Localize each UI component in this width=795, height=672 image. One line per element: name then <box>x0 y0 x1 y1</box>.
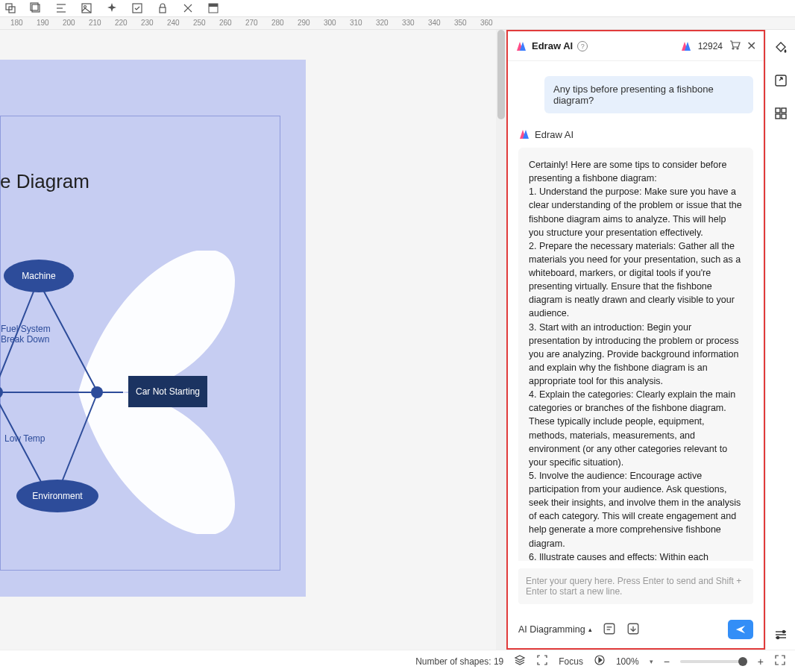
ai-input[interactable] <box>518 568 753 604</box>
zoom-slider[interactable] <box>680 660 747 663</box>
svg-rect-9 <box>133 4 142 13</box>
ai-header: Edraw AI ? 12924 ✕ <box>508 31 764 61</box>
layers-status-icon[interactable] <box>514 654 526 668</box>
svg-point-34 <box>776 637 779 639</box>
canvas[interactable]: e Diagram Machine Environment Car No <box>0 30 506 650</box>
svg-rect-28 <box>776 114 780 119</box>
edraw-logo-icon <box>518 128 530 140</box>
grid-icon[interactable] <box>773 106 788 121</box>
assistant-message: Certainly! Here are some tips to conside… <box>518 148 753 561</box>
assistant-name-row: Edraw AI <box>518 128 753 140</box>
ai-title: Edraw AI <box>532 40 573 51</box>
align-icon[interactable] <box>55 2 67 14</box>
edraw-logo-icon <box>515 40 527 52</box>
ai-panel: Edraw AI ? 12924 ✕ Any tips before prese… <box>506 30 765 650</box>
svg-rect-10 <box>160 7 166 13</box>
export-icon[interactable] <box>773 73 788 88</box>
ai-mode-label: AI Diagramming <box>518 624 585 635</box>
svg-rect-21 <box>604 624 615 634</box>
user-message: Any tips before presenting a fishbone di… <box>544 76 753 113</box>
zoom-out-icon[interactable]: − <box>664 656 670 668</box>
play-icon[interactable] <box>594 654 606 668</box>
scroll-thumb[interactable] <box>497 30 505 119</box>
top-toolbar <box>0 0 795 16</box>
cart-icon[interactable] <box>729 39 741 53</box>
help-icon[interactable]: ? <box>577 41 588 51</box>
zoom-knob[interactable] <box>738 657 747 666</box>
ai-footer: AI Diagramming ▴ <box>508 614 764 648</box>
effect-box[interactable]: Car Not Starting <box>128 376 207 407</box>
sparkle-icon[interactable] <box>106 2 118 14</box>
fill-icon[interactable] <box>773 40 788 55</box>
ai-mode-button[interactable]: AI Diagramming ▴ <box>518 624 592 635</box>
check-icon[interactable] <box>131 2 143 14</box>
zoom-level[interactable]: 100% <box>616 656 639 667</box>
right-rail <box>765 30 795 650</box>
send-button[interactable] <box>728 620 753 639</box>
svg-rect-12 <box>209 4 218 7</box>
tools-icon[interactable] <box>182 2 194 14</box>
horizontal-ruler: 1801902002102202302402502602702802903003… <box>0 16 795 30</box>
shape-count: Number of shapes: 19 <box>415 656 503 667</box>
credit-logo-icon <box>680 40 692 52</box>
svg-rect-26 <box>776 108 780 113</box>
export-chat-icon[interactable] <box>626 622 640 638</box>
diagram-sheet: e Diagram Machine Environment Car No <box>0 60 306 597</box>
prompt-template-icon[interactable] <box>603 622 616 638</box>
spine-node[interactable] <box>91 386 103 398</box>
focus-label[interactable]: Focus <box>559 656 583 667</box>
svg-point-8 <box>84 6 87 8</box>
settings-list-icon[interactable] <box>773 627 788 642</box>
chat-body: Any tips before presenting a fishbone di… <box>508 61 764 561</box>
close-icon[interactable]: ✕ <box>747 39 756 53</box>
svg-point-33 <box>782 631 785 633</box>
table-icon[interactable] <box>207 2 219 14</box>
assistant-name: Edraw AI <box>535 129 574 140</box>
lock-icon[interactable] <box>157 2 169 14</box>
label-lowtemp: Low Temp <box>4 433 45 444</box>
focus-target-icon[interactable] <box>536 654 548 668</box>
workspace: e Diagram Machine Environment Car No <box>0 30 795 650</box>
duplicate-icon[interactable] <box>30 2 42 14</box>
ai-input-area <box>508 561 764 614</box>
cause-environment[interactable]: Environment <box>16 480 98 512</box>
zoom-in-icon[interactable]: + <box>758 656 764 668</box>
status-bar: Number of shapes: 19 Focus 100% ▾ − + <box>0 650 795 672</box>
selection-frame: Machine Environment Car Not Starting Fue… <box>0 116 280 571</box>
layers-icon[interactable] <box>4 2 16 14</box>
ai-credits: 12924 <box>698 41 723 51</box>
svg-rect-29 <box>782 114 786 119</box>
label-fuel: Fuel System Break Down <box>1 324 51 345</box>
svg-rect-27 <box>782 108 786 113</box>
cause-machine[interactable]: Machine <box>4 260 74 292</box>
chevron-down-icon[interactable]: ▾ <box>650 658 653 665</box>
svg-point-19 <box>732 48 734 49</box>
chevron-up-icon: ▴ <box>588 626 592 633</box>
image-icon[interactable] <box>81 2 92 14</box>
fullscreen-icon[interactable] <box>774 654 786 668</box>
svg-point-20 <box>737 48 738 49</box>
svg-rect-25 <box>776 75 786 86</box>
vertical-scrollbar[interactable] <box>496 30 506 650</box>
